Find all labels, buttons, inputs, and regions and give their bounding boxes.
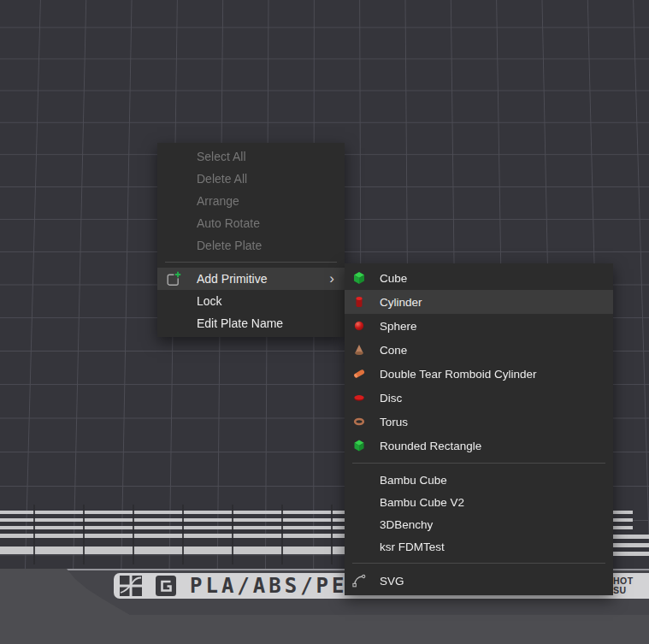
menu-item-label: Auto Rotate [197,216,260,230]
submenu-item-cube[interactable]: Cube [345,266,613,290]
submenu-item-label: SVG [380,575,404,588]
menu-separator [352,463,605,464]
menu-item-auto-rotate[interactable]: Auto Rotate [157,212,345,234]
submenu-item-label: Cube [380,272,407,285]
submenu-item-double-tear-romboid-cylinder[interactable]: Double Tear Romboid Cylinder [345,362,613,386]
submenu-item-label: Disc [380,392,402,405]
submenu-item-label: Cylinder [380,296,422,309]
submenu-item-label: Bambu Cube V2 [380,496,464,509]
submenu-item-bambu-cube-v2[interactable]: Bambu Cube V2 [345,491,613,513]
submenu-item-bambu-cube[interactable]: Bambu Cube [345,469,613,491]
svg-curve-icon [352,574,366,588]
submenu-item-label: Torus [380,416,408,428]
submenu-item-disc[interactable]: Disc [345,386,613,410]
bambu-logo-icon [120,576,142,596]
menu-separator [165,262,337,263]
menu-item-label: Delete Plate [197,239,262,252]
submenu-item-label: Cone [380,344,407,357]
menu-separator [352,563,605,564]
menu-item-delete-all[interactable]: Delete All [157,168,345,190]
warning-line-2: SU [613,586,634,595]
disc-icon [352,391,366,405]
add-primitive-submenu: Cube Cylinder Sphere Cone [345,263,613,595]
bambu-mark-icon [156,576,176,596]
cone-icon [352,343,366,357]
add-primitive-icon [167,271,182,287]
cube-icon [352,271,366,285]
menu-item-label: Edit Plate Name [197,316,283,330]
double-tear-romboid-cylinder-icon [352,367,366,381]
submenu-item-label: Bambu Cube [380,474,447,487]
submenu-item-label: Sphere [380,320,417,333]
submenu-item-rounded-rectangle[interactable]: Rounded Rectangle [345,434,613,458]
menu-item-label: Add Primitive [197,272,267,286]
submenu-item-label: ksr FDMTest [380,541,445,553]
submenu-item-cylinder[interactable]: Cylinder [345,290,613,314]
hot-surface-warning-text: HOT SU [613,576,634,595]
menu-item-label: Arrange [197,194,239,208]
submenu-arrow-icon: › [329,271,334,286]
submenu-item-ksr-fdmtest[interactable]: ksr FDMTest [345,535,613,558]
viewport[interactable]: PLA/ABS/PETG HOT SU Select All Delete Al… [0,0,649,644]
submenu-item-label: Rounded Rectangle [380,440,481,452]
menu-item-delete-plate[interactable]: Delete Plate [157,234,345,257]
menu-item-edit-plate-name[interactable]: Edit Plate Name [157,312,345,334]
submenu-item-label: 3DBenchy [380,518,433,531]
torus-icon [352,415,366,428]
menu-item-add-primitive[interactable]: Add Primitive › [157,268,345,290]
submenu-item-cone[interactable]: Cone [345,338,613,362]
submenu-item-svg[interactable]: SVG [345,569,613,593]
menu-item-label: Lock [197,294,222,308]
menu-item-lock[interactable]: Lock [157,290,345,312]
menu-item-label: Delete All [197,172,247,186]
submenu-item-sphere[interactable]: Sphere [345,314,613,338]
context-menu: Select All Delete All Arrange Auto Rotat… [157,143,345,337]
menu-item-label: Select All [197,150,246,163]
menu-item-select-all[interactable]: Select All [157,145,345,168]
submenu-item-torus[interactable]: Torus [345,410,613,434]
rounded-rectangle-icon [352,439,366,452]
menu-item-arrange[interactable]: Arrange [157,190,345,212]
submenu-item-3dbenchy[interactable]: 3DBenchy [345,513,613,535]
cylinder-icon [352,295,366,309]
submenu-item-label: Double Tear Romboid Cylinder [380,368,537,381]
sphere-icon [352,319,366,333]
